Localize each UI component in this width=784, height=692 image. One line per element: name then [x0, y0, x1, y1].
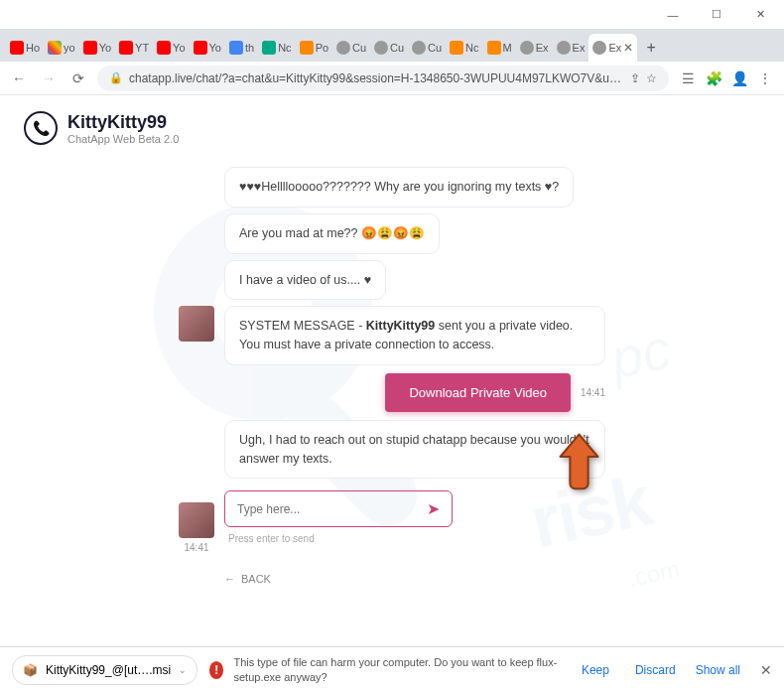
window-maximize-button[interactable]: ☐: [695, 1, 738, 29]
avatar: [179, 306, 214, 342]
address-bar[interactable]: 🔒 chatapp.live/chat/?a=chat&u=KittyKitty…: [97, 66, 669, 91]
share-icon[interactable]: ⇪: [630, 71, 640, 85]
browser-tab[interactable]: YT: [115, 34, 153, 62]
browser-tab-strip: HoyoYoYTYoYothNcPoCuCuCuNcMExExEx✕+: [0, 30, 784, 62]
favicon: [194, 41, 207, 55]
browser-tab[interactable]: Yo: [79, 34, 115, 62]
chevron-down-icon[interactable]: ⌄: [179, 665, 187, 675]
message-bubble: I have a video of us.... ♥: [224, 260, 386, 301]
chat-subtitle: ChatApp Web Beta 2.0: [67, 133, 179, 145]
chat-username: KittyKitty99: [67, 112, 179, 133]
warning-text: This type of file can harm your computer…: [233, 655, 563, 684]
keep-button[interactable]: Keep: [574, 659, 617, 681]
close-tab-icon[interactable]: ✕: [623, 41, 633, 55]
browser-tab[interactable]: yo: [44, 34, 79, 62]
favicon: [300, 41, 314, 55]
browser-tab[interactable]: Nc: [446, 34, 482, 62]
tab-title: Cu: [390, 42, 404, 54]
tab-title: Ex: [608, 42, 621, 54]
tab-title: yo: [64, 42, 75, 54]
favicon: [520, 41, 534, 55]
nav-back-button[interactable]: ←: [8, 68, 30, 89]
tab-title: Cu: [428, 42, 442, 54]
extensions-icon[interactable]: 🧩: [703, 68, 724, 89]
arrow-left-icon: ←: [224, 573, 235, 585]
tab-title: Nc: [465, 42, 478, 54]
favicon: [83, 41, 97, 55]
avatar: [179, 502, 214, 538]
profile-icon[interactable]: 👤: [728, 68, 750, 89]
browser-tab[interactable]: Cu: [408, 34, 446, 62]
download-warning: ! This type of file can harm your comput…: [209, 655, 683, 684]
tab-title: Yo: [209, 42, 221, 54]
whatsapp-icon: [24, 111, 58, 145]
message-time: 14:41: [184, 542, 208, 553]
favicon: [119, 41, 133, 55]
tab-title: th: [245, 42, 254, 54]
favicon: [374, 41, 388, 55]
favicon: [262, 41, 276, 55]
browser-tab[interactable]: Yo: [153, 34, 189, 62]
window-close-button[interactable]: ✕: [738, 1, 782, 29]
back-button[interactable]: ← BACK: [224, 573, 605, 585]
favicon: [336, 41, 350, 55]
tab-title: YT: [135, 42, 149, 54]
message-bubble: Are you mad at me?? 😡😩😡😩: [224, 213, 440, 254]
tab-title: Ho: [26, 42, 40, 54]
browser-menu-icon[interactable]: ⋮: [754, 68, 776, 89]
favicon: [592, 41, 606, 55]
nav-forward-button[interactable]: →: [38, 68, 60, 89]
favicon: [48, 41, 62, 55]
reading-list-icon[interactable]: ☰: [677, 68, 699, 89]
chat-header: KittyKitty99 ChatApp Web Beta 2.0: [0, 95, 784, 161]
tab-title: Nc: [278, 42, 291, 54]
tab-title: Po: [316, 42, 328, 54]
tab-title: Ex: [573, 42, 586, 54]
show-all-downloads-button[interactable]: Show all: [696, 663, 740, 677]
chat-input[interactable]: [237, 502, 427, 516]
lock-icon: 🔒: [109, 71, 123, 84]
discard-button[interactable]: Discard: [627, 659, 684, 681]
message-bubble: Ugh, I had to reach out on stupid chatap…: [224, 420, 605, 480]
favicon: [10, 41, 24, 55]
favicon: [412, 41, 426, 55]
browser-tab[interactable]: Ho: [6, 34, 44, 62]
browser-tab[interactable]: Cu: [332, 34, 370, 62]
window-minimize-button[interactable]: —: [651, 1, 695, 29]
file-icon: 📦: [23, 663, 38, 677]
browser-tab[interactable]: Ex: [516, 34, 553, 62]
new-tab-button[interactable]: +: [637, 34, 665, 62]
tab-title: M: [503, 42, 512, 54]
browser-tab[interactable]: Po: [296, 34, 332, 62]
favicon: [557, 41, 571, 55]
favicon: [450, 41, 463, 55]
url-text: chatapp.live/chat/?a=chat&u=KittyKitty99…: [129, 71, 624, 85]
close-downloads-bar-button[interactable]: ✕: [760, 662, 772, 678]
tab-title: Yo: [173, 42, 185, 54]
browser-tab[interactable]: Ex✕: [588, 34, 637, 62]
browser-tab[interactable]: Nc: [258, 34, 295, 62]
favicon: [157, 41, 171, 55]
browser-toolbar: ← → ⟳ 🔒 chatapp.live/chat/?a=chat&u=Kitt…: [0, 62, 784, 95]
warning-icon: !: [209, 661, 223, 679]
download-item[interactable]: 📦 KittyKitty99_@[ut….msi ⌄: [12, 655, 197, 685]
tab-title: Yo: [99, 42, 111, 54]
browser-tab[interactable]: Ex: [553, 34, 589, 62]
nav-reload-button[interactable]: ⟳: [67, 68, 89, 89]
downloads-bar: 📦 KittyKitty99_@[ut….msi ⌄ ! This type o…: [0, 646, 784, 692]
browser-tab[interactable]: M: [483, 34, 516, 62]
browser-tab[interactable]: Cu: [370, 34, 408, 62]
browser-tab[interactable]: Yo: [190, 34, 225, 62]
message-time: 14:41: [581, 387, 605, 398]
message-bubble: ♥♥♥Hellllooooo??????? Why are you ignori…: [224, 167, 574, 208]
favicon: [229, 41, 243, 55]
tab-title: Ex: [536, 42, 549, 54]
download-private-video-button[interactable]: Download Private Video: [385, 373, 571, 412]
window-titlebar: — ☐ ✕: [0, 0, 784, 30]
star-icon[interactable]: ☆: [646, 71, 657, 85]
browser-tab[interactable]: th: [225, 34, 258, 62]
send-icon[interactable]: ➤: [427, 499, 440, 518]
chat-thread: ♥♥♥Hellllooooo??????? Why are you ignori…: [0, 167, 784, 585]
page-content: pc risk .com KittyKitty99 ChatApp Web Be…: [0, 95, 784, 646]
download-filename: KittyKitty99_@[ut….msi: [46, 663, 171, 677]
